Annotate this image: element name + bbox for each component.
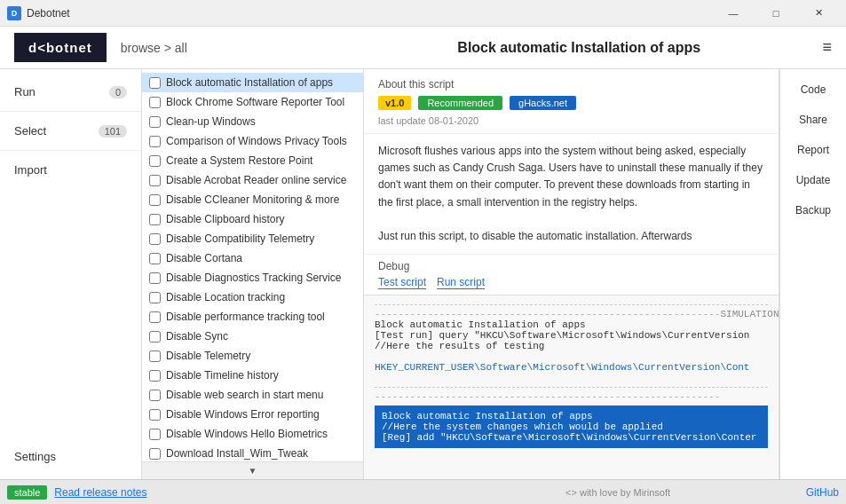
debug-line: ----------------------------------------…: [375, 304, 768, 319]
list-item[interactable]: Create a System Restore Point: [142, 151, 363, 170]
minimize-button[interactable]: —: [713, 0, 754, 27]
list-item-label: Disable Sync: [166, 330, 228, 343]
list-item-checkbox[interactable]: [149, 448, 161, 460]
window-controls: — □ ✕: [713, 0, 839, 27]
list-item-label: Disable Diagnostics Tracking Service: [166, 272, 341, 284]
close-button[interactable]: ✕: [798, 0, 839, 27]
list-item[interactable]: Disable Diagnostics Tracking Service: [142, 268, 363, 287]
list-item[interactable]: Disable Telemetry: [142, 346, 363, 366]
list-item-checkbox[interactable]: [149, 292, 161, 303]
about-label: About this script: [378, 78, 764, 91]
list-item-label: Disable Acrobat Reader online service: [166, 174, 346, 186]
debug-line: [Test run] query "HKCU\Software\Microsof…: [375, 330, 768, 341]
list-item[interactable]: Block Chrome Software Reporter Tool: [142, 92, 363, 112]
list-item[interactable]: Disable Location tracking: [142, 287, 363, 307]
list-item[interactable]: Comparison of Windows Privacy Tools: [142, 131, 363, 151]
scroll-down-arrow[interactable]: ▼: [142, 461, 363, 479]
debug-line: //Here the results of testing: [375, 341, 768, 351]
recommended-tag: Recommended: [418, 96, 502, 110]
list-item-checkbox[interactable]: [149, 155, 161, 167]
app-logo: d<botnet: [14, 33, 107, 62]
list-item-label: Disable Timeline history: [166, 369, 279, 382]
list-item-label: Disable Compatibility Telemetry: [166, 232, 314, 245]
list-item-checkbox[interactable]: [149, 311, 161, 323]
list-item-label: Block automatic Installation of apps: [166, 76, 333, 89]
list-item[interactable]: Disable Timeline history: [142, 366, 363, 385]
debug-line: Block automatic Installation of apps: [375, 319, 768, 330]
list-item-checkbox[interactable]: [149, 175, 161, 186]
test-script-link[interactable]: Test script: [378, 276, 426, 289]
list-item[interactable]: Disable Sync: [142, 327, 363, 346]
list-item-label: Block Chrome Software Reporter Tool: [166, 96, 344, 108]
list-item-checkbox[interactable]: [149, 116, 161, 128]
code-button[interactable]: Code: [785, 76, 842, 103]
debug-output: ----------------------------------------…: [364, 295, 779, 479]
ghacks-tag[interactable]: gHacks.net: [510, 96, 576, 110]
sidebar-item-settings[interactable]: Settings: [0, 441, 141, 472]
list-item-checkbox[interactable]: [149, 194, 161, 206]
release-notes-link[interactable]: Read release notes: [54, 486, 430, 499]
list-item-checkbox[interactable]: [149, 390, 161, 401]
app-icon-letter: D: [12, 9, 18, 18]
titlebar: D Debotnet — □ ✕: [0, 0, 846, 27]
list-item-checkbox[interactable]: [149, 429, 161, 440]
stable-badge: stable: [7, 485, 47, 500]
list-item[interactable]: Block automatic Installation of apps: [142, 73, 363, 92]
list-item-checkbox[interactable]: [149, 350, 161, 362]
list-item[interactable]: Disable performance tracking tool: [142, 307, 363, 327]
list-item-label: Disable Cortana: [166, 252, 242, 264]
list-item-checkbox[interactable]: [149, 272, 161, 284]
detail-meta-row: v1.0 Recommended gHacks.net: [378, 96, 764, 110]
list-item-checkbox[interactable]: [149, 370, 161, 382]
list-item-checkbox[interactable]: [149, 136, 161, 147]
sidebar-item-import[interactable]: Import: [0, 154, 141, 185]
list-item[interactable]: Clean-up Windows: [142, 112, 363, 131]
list-item-checkbox[interactable]: [149, 253, 161, 264]
list-item[interactable]: Disable Clipboard history: [142, 209, 363, 229]
debug-line: ----------------------------------------…: [375, 387, 768, 402]
list-item[interactable]: Disable Acrobat Reader online service: [142, 170, 363, 190]
debug-blue-block: Block automatic Installation of apps //H…: [375, 406, 768, 448]
list-item-label: Disable Windows Error reporting: [166, 408, 320, 421]
sidebar-select-label: Select: [14, 124, 46, 138]
list-item-checkbox[interactable]: [149, 97, 161, 108]
list-item-checkbox[interactable]: [149, 409, 161, 421]
run-script-link[interactable]: Run script: [437, 276, 485, 289]
list-item[interactable]: Disable Compatibility Telemetry: [142, 229, 363, 248]
list-item-label: Disable Telemetry: [166, 350, 250, 362]
debug-section: Debug Test script Run script -----------…: [364, 254, 779, 479]
list-item[interactable]: Disable Windows Hello Biometrics: [142, 424, 363, 444]
sidebar-item-select[interactable]: Select 101: [0, 115, 141, 146]
list-item[interactable]: Disable web search in start menu: [142, 385, 363, 405]
menu-button[interactable]: ≡: [808, 38, 846, 57]
list-item-checkbox[interactable]: [149, 77, 161, 89]
list-item-checkbox[interactable]: [149, 331, 161, 343]
list-item[interactable]: Download Install_Wim_Tweak: [142, 444, 363, 461]
github-link[interactable]: GitHub: [806, 486, 839, 499]
list-item-label: Disable performance tracking tool: [166, 311, 325, 323]
update-button[interactable]: Update: [785, 167, 842, 193]
list-item-label: Disable Location tracking: [166, 291, 285, 303]
version-tag: v1.0: [378, 96, 411, 110]
list-item[interactable]: Disable Windows Error reporting: [142, 405, 363, 424]
list-item-label: Create a System Restore Point: [166, 154, 312, 167]
navbar: d<botnet browse > all Block automatic In…: [0, 27, 846, 69]
share-button[interactable]: Share: [785, 106, 842, 133]
list-item-label: Disable Clipboard history: [166, 213, 284, 225]
list-item-checkbox[interactable]: [149, 233, 161, 245]
list-item[interactable]: Disable Cortana: [142, 248, 363, 268]
report-button[interactable]: Report: [785, 137, 842, 163]
maximize-button[interactable]: □: [755, 0, 796, 27]
sidebar-item-run[interactable]: Run 0: [0, 76, 141, 107]
debug-actions: Test script Run script: [364, 274, 779, 295]
list-item-label: Disable CCleaner Monitoring & more: [166, 193, 339, 206]
app-icon: D: [7, 6, 21, 20]
statusbar: stable Read release notes <> with love b…: [0, 479, 846, 504]
list-item-checkbox[interactable]: [149, 214, 161, 225]
sidebar-select-badge: 101: [99, 125, 127, 138]
list-item[interactable]: Disable CCleaner Monitoring & more: [142, 190, 363, 209]
backup-button[interactable]: Backup: [785, 197, 842, 224]
love-text: <> with love by Mirinsoft: [431, 487, 806, 498]
main-layout: Run 0 Select 101 Import Settings Block a…: [0, 69, 846, 479]
list-item-label: Comparison of Windows Privacy Tools: [166, 135, 347, 147]
